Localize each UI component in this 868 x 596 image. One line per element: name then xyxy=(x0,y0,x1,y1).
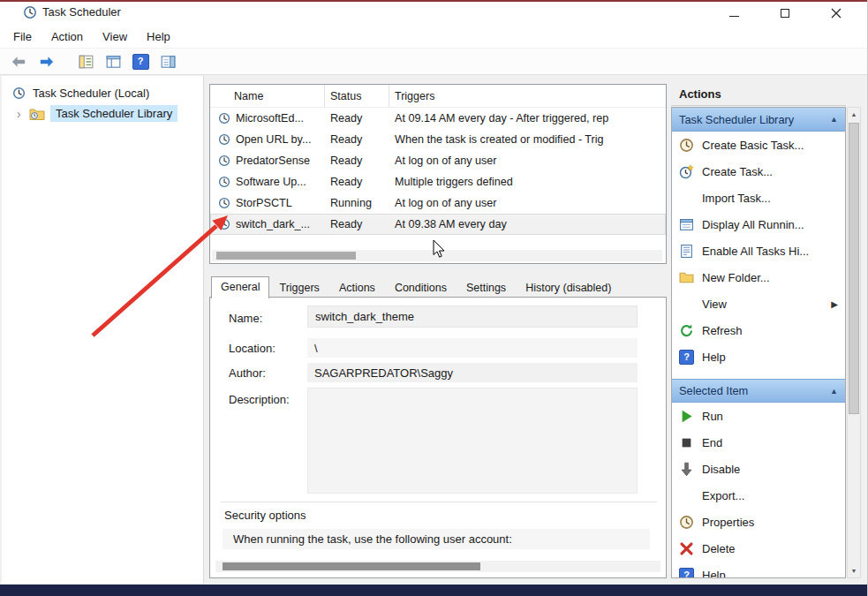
action-delete[interactable]: Delete xyxy=(672,535,845,562)
maximize-button[interactable] xyxy=(765,2,805,25)
console-tree-button[interactable] xyxy=(74,50,97,72)
details-hscrollbar[interactable] xyxy=(215,561,660,572)
scroll-down-icon[interactable]: ▼ xyxy=(848,564,860,577)
chevron-right-icon[interactable]: › xyxy=(17,108,25,120)
scroll-up-icon[interactable]: ▲ xyxy=(848,108,860,121)
task-row-open-url-by[interactable]: Open URL by...ReadyWhen the task is crea… xyxy=(210,129,666,150)
task-row-microsofted[interactable]: MicrosoftEd...ReadyAt 09.14 AM every day… xyxy=(210,108,666,129)
task-triggers: When the task is created or modified - T… xyxy=(389,133,666,146)
security-options-title: Security options xyxy=(224,509,306,522)
create-task-icon xyxy=(679,164,694,179)
minimize-button[interactable] xyxy=(713,2,754,25)
tree-item-task-scheduler-library[interactable]: › Task Scheduler Library xyxy=(2,104,203,123)
location-label: Location: xyxy=(229,342,275,355)
action-end[interactable]: End xyxy=(672,429,845,456)
forward-arrow-button[interactable] xyxy=(34,50,57,72)
tab-actions[interactable]: Actions xyxy=(329,277,385,298)
task-list-body: MicrosoftEd...ReadyAt 09.14 AM every day… xyxy=(210,108,666,235)
action-label: Create Task... xyxy=(702,165,838,178)
menu-help[interactable]: Help xyxy=(137,27,180,46)
task-clock-icon xyxy=(218,112,230,124)
help-button[interactable]: ? xyxy=(129,50,152,72)
section-header-task-scheduler-library[interactable]: Task Scheduler Library▲ xyxy=(672,108,845,132)
author-label: Author: xyxy=(229,366,266,380)
tab-conditions[interactable]: Conditions xyxy=(385,277,457,298)
refresh-icon xyxy=(679,323,694,338)
menu-file[interactable]: File xyxy=(4,27,42,46)
close-button[interactable] xyxy=(816,2,857,25)
task-triggers: At 09.38 AM every day xyxy=(389,218,666,230)
task-row-switch-dark[interactable]: switch_dark_...ReadyAt 09.38 AM every da… xyxy=(210,214,666,235)
action-new-folder[interactable]: New Folder... xyxy=(672,264,845,290)
menu-action[interactable]: Action xyxy=(42,27,93,46)
collapse-icon[interactable]: ▲ xyxy=(830,387,838,396)
task-triggers: At log on of any user xyxy=(389,197,666,209)
action-label: Create Basic Task... xyxy=(702,139,838,152)
panes-button[interactable] xyxy=(102,50,125,72)
tree-item-task-scheduler-local[interactable]: Task Scheduler (Local) xyxy=(2,84,203,102)
task-status: Ready xyxy=(325,133,389,146)
action-create-basic-task[interactable]: Create Basic Task... xyxy=(672,132,845,158)
action-properties[interactable]: Properties xyxy=(672,509,845,535)
back-arrow-icon xyxy=(11,54,27,70)
tab-history-disabled[interactable]: History (disabled) xyxy=(516,277,621,298)
task-row-predatorsense[interactable]: PredatorSenseReadyAt log on of any user xyxy=(210,150,666,171)
action-pane-icon xyxy=(160,54,177,70)
task-name: Open URL by... xyxy=(236,133,311,146)
name-field[interactable]: switch_dark_theme xyxy=(307,306,638,328)
action-export[interactable]: Export... xyxy=(672,482,845,509)
task-row-software-up[interactable]: Software Up...ReadyMultiple triggers def… xyxy=(210,171,666,192)
task-row-storpsctl[interactable]: StorPSCTLRunningAt log on of any user xyxy=(210,192,666,214)
action-label: Export... xyxy=(702,489,838,502)
taskbar-strip xyxy=(0,585,867,596)
action-view[interactable]: View▶ xyxy=(672,290,845,317)
author-field: SAGARPREDATOR\Saggy xyxy=(307,363,638,382)
action-pane-button[interactable] xyxy=(156,50,179,72)
actions-vscrollbar[interactable]: ▲ ▼ xyxy=(847,107,861,578)
action-enable-all-tasks-hi[interactable]: Enable All Tasks Hi... xyxy=(672,238,845,264)
task-status: Running xyxy=(325,197,389,209)
security-options-text: When running the task, use the following… xyxy=(223,529,650,549)
task-triggers: Multiple triggers defined xyxy=(389,176,666,188)
action-label: Import Task... xyxy=(702,192,838,205)
description-label: Description: xyxy=(229,393,290,406)
task-name: MicrosoftEd... xyxy=(236,112,304,124)
back-arrow-button[interactable] xyxy=(7,50,30,72)
task-status: Ready xyxy=(325,112,389,124)
menu-view[interactable]: View xyxy=(93,27,137,46)
tab-general[interactable]: General xyxy=(211,276,269,298)
close-icon xyxy=(831,8,842,19)
action-import-task[interactable]: Import Task... xyxy=(672,185,845,211)
column-header-name[interactable]: Name xyxy=(210,85,325,107)
create-basic-task-icon xyxy=(679,138,694,153)
action-display-all-runnin[interactable]: Display All Runnin... xyxy=(672,211,845,238)
actions-pane-title: Actions xyxy=(671,82,846,106)
action-run[interactable]: Run xyxy=(672,403,845,429)
section-header-selected-item[interactable]: Selected Item▲ xyxy=(672,379,845,403)
column-header-triggers[interactable]: Triggers xyxy=(389,85,666,107)
help-icon: ? xyxy=(679,568,694,579)
tab-settings[interactable]: Settings xyxy=(457,277,516,298)
help-icon: ? xyxy=(132,54,149,70)
task-list-hscroll-thumb[interactable] xyxy=(216,252,356,260)
action-refresh[interactable]: Refresh xyxy=(672,317,845,343)
task-name: switch_dark_... xyxy=(236,218,310,230)
details-hscroll-thumb[interactable] xyxy=(223,562,480,570)
vscroll-thumb[interactable] xyxy=(849,123,859,414)
action-label: Run xyxy=(702,410,838,423)
description-field[interactable] xyxy=(307,388,638,494)
menu-bar: FileActionViewHelp xyxy=(0,26,867,48)
collapse-icon[interactable]: ▲ xyxy=(830,115,838,124)
app-clock-icon xyxy=(23,5,37,19)
task-list-hscrollbar[interactable] xyxy=(212,250,662,261)
action-help[interactable]: ?Help xyxy=(672,562,845,578)
column-header-status[interactable]: Status xyxy=(325,85,389,107)
action-create-task[interactable]: Create Task... xyxy=(672,158,845,185)
action-disable[interactable]: Disable xyxy=(672,456,845,482)
action-label: View xyxy=(702,298,831,311)
name-label: Name: xyxy=(229,312,262,325)
tab-triggers[interactable]: Triggers xyxy=(269,277,328,298)
action-help[interactable]: ?Help xyxy=(672,343,845,370)
minimize-icon xyxy=(729,16,739,17)
delete-icon xyxy=(679,541,694,556)
